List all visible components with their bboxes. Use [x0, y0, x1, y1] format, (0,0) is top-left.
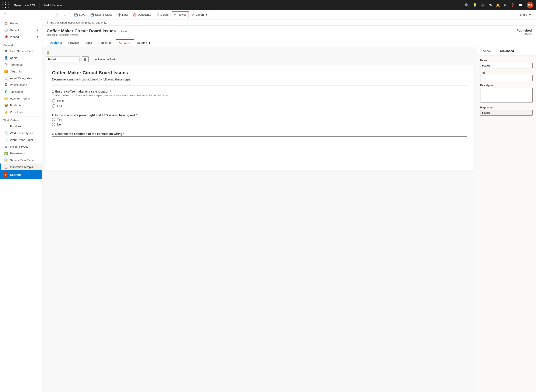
- question-2-option-yes[interactable]: Yes: [52, 118, 467, 121]
- page-icon: 📄: [55, 13, 59, 17]
- sidebar-item-label: Service Task Types: [10, 159, 35, 162]
- question-1-text: 1. Ensure coffee maker is a safe locatio…: [52, 90, 467, 93]
- redo-button[interactable]: ↪ Redo: [106, 58, 116, 61]
- share-button[interactable]: ↑ Share ▼: [515, 11, 533, 18]
- top-nav: Dynamics 365 Field Service 🔍 💡 ➕ ⚗ 🔔 ⚙ ❓…: [0, 0, 536, 10]
- home-icon: 🏠: [4, 22, 8, 25]
- description-field-textarea[interactable]: [480, 88, 533, 103]
- popout-button[interactable]: ⬡: [62, 11, 68, 18]
- sidebar-item-postal-codes[interactable]: 📮 Postal Codes: [0, 82, 42, 88]
- deactivate-button[interactable]: 🚫 Deactivate: [131, 11, 153, 18]
- notification-bar: ℹ The published inspection template is r…: [43, 19, 536, 26]
- back-button[interactable]: ←: [45, 11, 52, 18]
- gear-icon: ⚙: [4, 49, 8, 53]
- page-canvas-desc: Determine issues with circuit board by f…: [52, 78, 467, 81]
- tab-logic[interactable]: Logic: [82, 39, 95, 47]
- tab-versions[interactable]: Versions: [116, 39, 134, 47]
- save-close-button[interactable]: 💾 Save & Close: [88, 11, 115, 18]
- right-panel-tabs: Toolbox Advanced: [477, 47, 536, 56]
- title-field-input[interactable]: [480, 75, 533, 81]
- sidebar-item-home[interactable]: 🏠 Home: [0, 20, 42, 27]
- sidebar-divider-2: [0, 116, 42, 117]
- page-dropdown[interactable]: Page1: [46, 56, 80, 62]
- sidebar-item-work-order-types[interactable]: 📄 Work Order Types: [0, 130, 42, 136]
- sidebar-item-payment-terms[interactable]: 💳 Payment Terms: [0, 95, 42, 102]
- user-avatar[interactable]: MA: [527, 2, 533, 9]
- question-3-input[interactable]: [52, 136, 467, 143]
- question-1-option-pass[interactable]: Pass: [52, 99, 467, 103]
- command-bar: ← 📄 ⬡ 💾 Save 💾 Save & Close ➕ New: [43, 10, 536, 19]
- hamburger-icon[interactable]: ☰: [3, 13, 7, 17]
- revise-icon: ✏: [174, 13, 177, 17]
- sidebar-item-resolutions[interactable]: ✅ Resolutions: [0, 150, 42, 157]
- page-divider: [52, 85, 467, 86]
- tax-icon: 💲: [4, 90, 8, 93]
- sidebar-item-asset-categories[interactable]: 📋 Asset Categories: [0, 75, 42, 82]
- tab-translation[interactable]: Translation: [95, 39, 115, 47]
- right-panel: Toolbox Advanced Name Title Description …: [477, 47, 536, 392]
- map-icon: 🗺: [4, 63, 8, 66]
- sidebar-item-inspection-templates[interactable]: 📋 Inspection Templa...: [0, 163, 42, 170]
- settings-icon[interactable]: ⚙: [504, 3, 507, 7]
- sidebar-item-field-service-settings[interactable]: ⚙ Field Service Setti...: [0, 48, 42, 54]
- asset-icon: 📋: [4, 76, 8, 80]
- delete-page-button[interactable]: 🗑: [82, 56, 89, 62]
- sidebar-item-products[interactable]: 📦 Products: [0, 102, 42, 109]
- record-title-row: Coffee Maker Circuit Board Issues - Save…: [47, 28, 532, 38]
- share-icon: ↑: [517, 13, 519, 16]
- product-icon: 📦: [4, 103, 8, 107]
- incident-icon: ⚠: [4, 145, 8, 148]
- bell-icon[interactable]: 🔔: [496, 3, 500, 7]
- add-icon[interactable]: ➕: [481, 3, 485, 7]
- sidebar-item-recent[interactable]: 🕐 Recent ▼: [0, 27, 42, 33]
- tab-preview[interactable]: Preview: [65, 39, 82, 47]
- waffle-icon[interactable]: [3, 2, 10, 9]
- settings-nav-item[interactable]: S Settings ⌃: [0, 170, 42, 179]
- question-2-option-no[interactable]: No: [52, 123, 467, 126]
- sidebar-item-users[interactable]: 👤 Users: [0, 54, 42, 61]
- page-view-button[interactable]: 📄: [53, 11, 61, 18]
- sidebar-item-priorities[interactable]: ↓ Priorities: [0, 123, 42, 130]
- undo-button[interactable]: ↩ Undo: [95, 58, 105, 61]
- right-panel-content: Name Title Description Page order: [477, 56, 536, 119]
- related-chevron-icon: ▼: [148, 41, 151, 45]
- tab-toolbox[interactable]: Toolbox: [477, 47, 495, 55]
- question-3-text: 3. Describe the condition of the connect…: [52, 132, 467, 135]
- export-button[interactable]: ↗ Export ▼: [190, 11, 210, 18]
- tab-related[interactable]: Related ▼: [134, 39, 154, 47]
- canvas-toolbar: Page1 🗑 ↩ Undo ↪ Redo: [46, 56, 473, 62]
- sidebar-item-work-order-subst[interactable]: 📄 Work Order Subst...: [0, 136, 42, 143]
- save-button[interactable]: 💾 Save: [72, 11, 88, 18]
- tab-designer[interactable]: Designer: [47, 39, 65, 47]
- radio-label-no: No: [57, 123, 61, 126]
- help-icon[interactable]: ❓: [511, 3, 515, 7]
- radio-circle-fail: [52, 104, 55, 107]
- sidebar-item-incident-types[interactable]: ⚠ Incident Types: [0, 143, 42, 150]
- new-button[interactable]: ➕ New: [115, 11, 130, 18]
- sidebar-item-tax-codes[interactable]: 💲 Tax Codes: [0, 88, 42, 95]
- question-1-option-fail[interactable]: Fail: [52, 104, 467, 107]
- sidebar-item-price-lists[interactable]: 💰 Price Lists: [0, 109, 42, 115]
- tab-advanced[interactable]: Advanced: [495, 47, 518, 55]
- sidebar-item-territories[interactable]: 🗺 Territories: [0, 61, 42, 68]
- brand-name[interactable]: Dynamics 365: [14, 3, 35, 7]
- search-icon[interactable]: 🔍: [465, 3, 469, 7]
- work-orders-section-label: Work Orders: [0, 117, 42, 123]
- app-layout: ☰ 🏠 Home 🕐 Recent ▼ 📌 Pinned ▼ General ⚙…: [0, 0, 536, 392]
- sidebar-item-pinned[interactable]: 📌 Pinned ▼: [0, 33, 42, 40]
- more-button[interactable]: ...: [211, 11, 217, 18]
- revise-button[interactable]: ✏ Revise: [172, 11, 189, 18]
- record-title: Coffee Maker Circuit Board Issues: [47, 28, 116, 33]
- price-icon: 💰: [4, 110, 8, 114]
- filter-icon[interactable]: ⚗: [489, 3, 492, 7]
- name-field-input[interactable]: [480, 63, 533, 68]
- sidebar-item-service-task-types[interactable]: 📝 Service Task Types: [0, 157, 42, 163]
- sidebar-item-org-units[interactable]: 🔀 Org Units: [0, 68, 42, 75]
- sidebar-item-label: Inspection Templa...: [10, 165, 35, 168]
- radio-circle-no: [52, 123, 55, 126]
- delete-button[interactable]: 🗑 Delete: [154, 11, 171, 18]
- lightbulb-icon[interactable]: 💡: [473, 3, 477, 7]
- app-name[interactable]: Field Service: [44, 3, 62, 7]
- sidebar-item-label: Territories: [10, 63, 23, 66]
- chat-icon[interactable]: 💬: [519, 3, 523, 7]
